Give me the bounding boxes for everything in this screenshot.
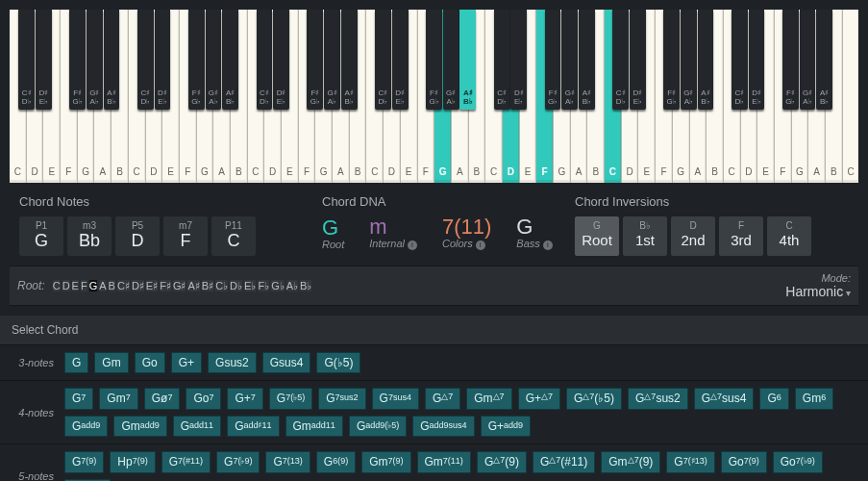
black-key[interactable]: D♯E♭	[36, 10, 52, 110]
black-key[interactable]: C♯D♭	[494, 10, 510, 110]
root-button[interactable]: F♭	[258, 280, 269, 291]
chord-chip[interactable]: Go7(♭9)	[773, 451, 823, 473]
root-button[interactable]: A♭	[286, 280, 298, 291]
chord-note-pill[interactable]: m7F	[163, 216, 208, 256]
chord-chip[interactable]: G	[64, 352, 88, 373]
black-key[interactable]: D♯E♭	[630, 10, 646, 110]
black-key[interactable]: G♯A♭	[561, 10, 578, 110]
chord-chip[interactable]: Gsus4	[262, 352, 311, 373]
white-key[interactable]: C	[843, 10, 859, 183]
black-key[interactable]: G♯A♭	[800, 10, 816, 110]
chord-chip[interactable]: Gm7	[99, 388, 137, 410]
inversion-pill[interactable]: B♭1st	[623, 216, 667, 256]
black-key[interactable]: A♯B♭	[222, 10, 238, 110]
chord-chip[interactable]: Gm6	[795, 388, 833, 410]
chord-chip[interactable]: Hp7(9)	[110, 451, 155, 473]
black-key[interactable]: A♯B♭	[698, 10, 714, 110]
chord-chip[interactable]: G△7	[425, 388, 460, 410]
chord-chip[interactable]: Gadd♯11	[227, 416, 279, 437]
root-button[interactable]: C	[53, 280, 61, 291]
chord-chip[interactable]: G△7(♭5)	[566, 388, 622, 410]
chord-chip[interactable]: Gm7(11)	[417, 451, 471, 473]
chord-chip[interactable]: Gmadd9	[113, 416, 166, 437]
chord-chip[interactable]: Gadd9(♭5)	[349, 416, 407, 437]
chord-chip[interactable]: G7(#11)	[161, 451, 211, 473]
root-button[interactable]: G♯	[173, 280, 186, 291]
chord-chip[interactable]: G+add9	[481, 416, 531, 437]
chord-chip[interactable]: G7(9)	[64, 451, 104, 473]
black-key[interactable]: A♯B♭	[579, 10, 595, 110]
chord-note-pill[interactable]: P5D	[115, 216, 160, 256]
chord-chip[interactable]: G7(♭9)	[216, 451, 260, 473]
black-key[interactable]: F♯G♭	[188, 10, 205, 110]
info-icon[interactable]: i	[476, 240, 485, 250]
chord-chip[interactable]: G6(9)	[316, 451, 356, 473]
root-button[interactable]: D♯	[132, 280, 144, 291]
black-key[interactable]: F♯G♭	[426, 10, 442, 110]
chord-chip[interactable]: Gm7(9)	[361, 451, 410, 473]
chord-chip[interactable]: Gmadd11	[285, 416, 343, 437]
chord-chip[interactable]: G(♭5)	[316, 352, 360, 373]
root-button[interactable]: D♭	[230, 280, 242, 291]
chord-chip[interactable]: Gm△7(9)	[601, 451, 660, 473]
chord-chip[interactable]: Go	[135, 352, 165, 373]
black-key[interactable]: D♯E♭	[273, 10, 289, 110]
chord-chip[interactable]: G+△7	[518, 388, 560, 410]
root-button[interactable]: E	[72, 280, 79, 291]
root-button[interactable]: C♯	[117, 280, 130, 291]
black-key[interactable]: G♯A♭	[443, 10, 459, 110]
black-key[interactable]: F♯G♭	[307, 10, 323, 110]
chord-chip[interactable]: Gadd9	[64, 416, 108, 437]
black-key[interactable]: C♯D♭	[732, 10, 748, 110]
info-icon[interactable]: i	[543, 240, 553, 250]
chord-chip[interactable]: Gadd9sus4	[412, 416, 474, 437]
chord-chip[interactable]: Gadd11	[173, 416, 221, 437]
chord-chip[interactable]: G△7sus4	[694, 388, 755, 410]
root-button[interactable]: A♯	[187, 280, 199, 291]
chord-chip[interactable]: G7sus2	[318, 388, 365, 410]
chord-chip[interactable]: G7sus4	[372, 388, 419, 410]
black-key[interactable]: F♯G♭	[663, 10, 680, 110]
black-key[interactable]: A♯B♭	[459, 10, 476, 110]
chord-chip[interactable]: G+	[171, 352, 202, 373]
chord-chip[interactable]: G△7(#11)	[533, 451, 595, 473]
chord-chip[interactable]: G△7(9)	[477, 451, 527, 473]
chord-note-pill[interactable]: m3Bb	[67, 216, 112, 256]
root-button[interactable]: D	[62, 280, 70, 291]
inversion-pill[interactable]: D2nd	[671, 216, 715, 256]
chord-chip[interactable]: G△7sus2	[628, 388, 688, 410]
black-key[interactable]: D♯E♭	[392, 10, 409, 110]
root-button[interactable]: B	[109, 280, 115, 291]
black-key[interactable]: A♯B♭	[104, 10, 120, 110]
chord-chip[interactable]: Gsus2	[208, 352, 257, 373]
chord-chip[interactable]: G7(♯13)	[666, 451, 714, 473]
root-button[interactable]: A	[99, 280, 106, 291]
chord-chip[interactable]: G6	[759, 388, 788, 410]
black-key[interactable]: C♯D♭	[375, 10, 391, 110]
black-key[interactable]: D♯E♭	[749, 10, 765, 110]
info-icon[interactable]: i	[408, 240, 417, 250]
black-key[interactable]: F♯G♭	[545, 10, 561, 110]
root-button[interactable]: C♭	[215, 280, 228, 291]
root-button[interactable]: B♯	[202, 280, 213, 291]
black-key[interactable]: G♯A♭	[324, 10, 340, 110]
chord-note-pill[interactable]: P1G	[19, 216, 63, 256]
chord-chip[interactable]: Go7(9)	[721, 451, 767, 473]
black-key[interactable]: F♯G♭	[782, 10, 799, 110]
black-key[interactable]: C♯D♭	[18, 10, 35, 110]
chord-chip[interactable]: G7(♭5)	[269, 388, 312, 410]
root-button[interactable]: E♯	[146, 280, 158, 291]
black-key[interactable]: C♯D♭	[137, 10, 154, 110]
black-key[interactable]: C♯D♭	[612, 10, 629, 110]
inversion-pill[interactable]: C4th	[767, 216, 811, 256]
black-key[interactable]: A♯B♭	[341, 10, 358, 110]
chord-chip[interactable]: G7	[64, 388, 93, 410]
black-key[interactable]: A♯B♭	[816, 10, 832, 110]
chord-note-pill[interactable]: P11C	[211, 216, 256, 256]
black-key[interactable]: G♯A♭	[87, 10, 103, 110]
black-key[interactable]: D♯E♭	[510, 10, 527, 110]
root-button[interactable]: B♭	[300, 280, 311, 291]
black-key[interactable]: D♯E♭	[155, 10, 171, 110]
black-key[interactable]: C♯D♭	[257, 10, 273, 110]
inversion-pill[interactable]: GRoot	[575, 216, 619, 256]
